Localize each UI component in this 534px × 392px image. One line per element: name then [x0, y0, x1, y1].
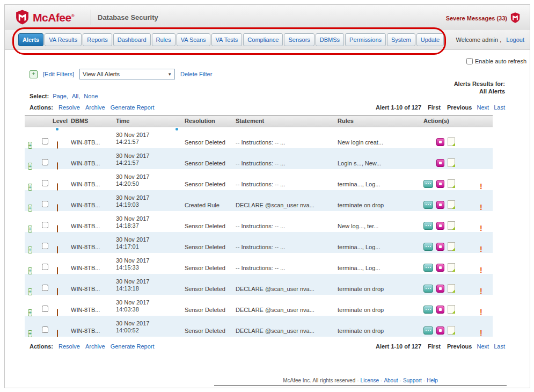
- dbms-cell: WIN-8TB...: [71, 160, 116, 169]
- nav-tab[interactable]: VA Tests: [211, 33, 243, 46]
- generate-report-icon[interactable]: [448, 326, 455, 335]
- row-checkbox[interactable]: [42, 326, 48, 333]
- action-link[interactable]: Archive: [85, 343, 105, 350]
- next-page-link[interactable]: Next: [477, 343, 489, 350]
- footer-link[interactable]: Help: [427, 378, 438, 383]
- row-checkbox[interactable]: [42, 285, 48, 291]
- create-rule-icon[interactable]: [436, 180, 444, 188]
- column-header-level[interactable]: Level: [53, 116, 71, 127]
- generate-report-icon[interactable]: [448, 200, 455, 209]
- playback-icon[interactable]: [423, 201, 433, 209]
- expand-row-icon[interactable]: +: [28, 163, 32, 170]
- nav-tab[interactable]: Sensors: [284, 33, 314, 46]
- column-header-time[interactable]: Time: [116, 116, 185, 127]
- expand-row-icon[interactable]: +: [28, 226, 32, 233]
- auto-refresh-checkbox[interactable]: [466, 58, 473, 64]
- severe-messages-link[interactable]: Severe Messages (33): [446, 12, 520, 24]
- nav-tab[interactable]: System: [387, 33, 415, 46]
- select-option-link[interactable]: All,: [72, 93, 80, 99]
- create-rule-icon[interactable]: [436, 159, 444, 167]
- footer-link[interactable]: Support: [403, 378, 422, 383]
- select-option-link[interactable]: None: [84, 93, 98, 99]
- column-header-rules[interactable]: Rules: [338, 116, 423, 127]
- statement-cell: DECLARE @scan_user nva...: [236, 328, 338, 337]
- select-option-link[interactable]: Page,: [53, 93, 68, 99]
- create-rule-icon[interactable]: [436, 138, 444, 146]
- action-link[interactable]: Resolve: [58, 343, 80, 350]
- rules-cell: termina..., Log...: [338, 265, 423, 274]
- create-rule-icon[interactable]: [436, 285, 444, 293]
- generate-report-icon[interactable]: [448, 305, 455, 314]
- nav-tab[interactable]: DBMSs: [316, 33, 344, 46]
- logout-link[interactable]: Logout: [506, 37, 524, 43]
- row-checkbox[interactable]: [42, 264, 48, 270]
- expand-row-icon[interactable]: +: [28, 142, 32, 149]
- edit-filters-link[interactable]: [Edit Filters]: [43, 71, 74, 77]
- expand-row-icon[interactable]: +: [28, 246, 32, 253]
- nav-tab[interactable]: Reports: [83, 33, 112, 46]
- footer-link[interactable]: About: [384, 378, 398, 383]
- nav-tab[interactable]: Rules: [152, 33, 175, 46]
- action-link[interactable]: Generate Report: [111, 343, 155, 350]
- next-page-link[interactable]: Next: [477, 104, 489, 111]
- delete-filter-link[interactable]: Delete Filter: [180, 71, 212, 77]
- generate-report-icon[interactable]: [448, 242, 455, 251]
- nav-tab[interactable]: Alerts: [18, 33, 43, 46]
- column-header-statement[interactable]: Statement: [236, 116, 338, 127]
- create-rule-icon[interactable]: [436, 222, 444, 230]
- row-checkbox[interactable]: [42, 201, 48, 207]
- generate-report-icon[interactable]: [448, 179, 455, 188]
- expand-row-icon[interactable]: +: [28, 309, 32, 316]
- playback-icon[interactable]: [423, 306, 433, 314]
- row-checkbox[interactable]: [42, 159, 48, 165]
- row-checkbox[interactable]: [42, 306, 48, 312]
- expand-filters-icon[interactable]: +: [30, 70, 38, 78]
- create-rule-icon[interactable]: [436, 306, 444, 314]
- playback-icon[interactable]: [423, 285, 433, 293]
- nav-tab[interactable]: Permissions: [345, 33, 386, 46]
- expand-row-icon[interactable]: +: [28, 267, 32, 274]
- create-rule-icon[interactable]: [436, 243, 444, 251]
- playback-icon[interactable]: [423, 222, 433, 230]
- generate-report-icon[interactable]: [448, 263, 455, 272]
- generate-report-icon[interactable]: [448, 158, 455, 167]
- resolution-cell: Sensor Deleted: [185, 244, 236, 253]
- nav-tab[interactable]: VA Results: [45, 33, 82, 46]
- row-checkbox[interactable]: [42, 222, 48, 228]
- create-rule-icon[interactable]: [436, 201, 444, 209]
- playback-icon[interactable]: [423, 243, 433, 251]
- last-page-link[interactable]: Last: [494, 343, 505, 350]
- generate-report-icon[interactable]: [448, 137, 455, 146]
- playback-icon[interactable]: [423, 326, 433, 335]
- last-page-link[interactable]: Last: [494, 104, 505, 111]
- column-header-actions[interactable]: Action(s): [423, 116, 480, 127]
- create-rule-icon[interactable]: [436, 326, 444, 335]
- row-checkbox[interactable]: [42, 138, 48, 144]
- nav-tab[interactable]: Dashboard: [113, 33, 151, 46]
- statement-cell: -- Instructions: -- ...: [236, 139, 338, 148]
- footer-link[interactable]: License: [361, 378, 379, 383]
- nav-tab[interactable]: Update: [416, 33, 444, 46]
- row-checkbox[interactable]: [42, 180, 48, 186]
- action-link[interactable]: Generate Report: [111, 104, 155, 111]
- filter-dropdown[interactable]: View All Alerts ▼: [79, 69, 175, 79]
- generate-report-icon[interactable]: [448, 221, 455, 230]
- nav-tab[interactable]: Compliance: [243, 33, 283, 46]
- dbms-cell: WIN-8TB...: [71, 328, 116, 337]
- row-checkbox[interactable]: [42, 243, 48, 249]
- alert-date: 30 Nov 2017: [116, 257, 185, 264]
- playback-icon[interactable]: [423, 180, 433, 188]
- nav-tab[interactable]: VA Scans: [177, 33, 210, 46]
- generate-report-icon[interactable]: [448, 284, 455, 293]
- playback-icon[interactable]: [423, 264, 433, 272]
- column-header-dbms[interactable]: DBMS: [71, 116, 116, 127]
- column-header-resolution[interactable]: Resolution: [185, 116, 236, 127]
- alert-time: 14:19:03: [116, 201, 185, 208]
- expand-row-icon[interactable]: +: [28, 288, 32, 295]
- expand-row-icon[interactable]: +: [28, 205, 32, 212]
- action-link[interactable]: Resolve: [58, 104, 80, 111]
- expand-row-icon[interactable]: +: [28, 330, 32, 337]
- create-rule-icon[interactable]: [436, 264, 444, 272]
- expand-row-icon[interactable]: +: [28, 184, 32, 191]
- action-link[interactable]: Archive: [85, 104, 105, 111]
